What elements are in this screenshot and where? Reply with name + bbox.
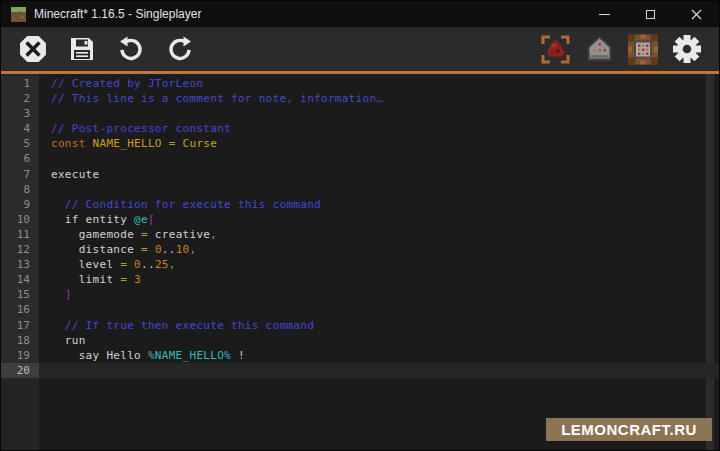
code-text: // Condition for execute this command bbox=[39, 197, 321, 212]
code-text bbox=[39, 151, 51, 166]
code-segment: = bbox=[141, 228, 148, 241]
minimize-button[interactable] bbox=[581, 1, 627, 27]
code-line[interactable]: 11 gamemode = creative, bbox=[1, 227, 719, 242]
code-line[interactable]: 2// This line is a comment for note, inf… bbox=[1, 91, 719, 106]
line-number: 5 bbox=[1, 136, 39, 151]
code-line[interactable]: 1// Created by JTorLeon bbox=[1, 76, 719, 91]
cancel-button[interactable] bbox=[17, 33, 49, 65]
code-line[interactable]: 18 run bbox=[1, 333, 719, 348]
code-line[interactable]: 17 // If true then execute this command bbox=[1, 318, 719, 333]
line-number: 3 bbox=[1, 106, 39, 121]
code-line[interactable]: 6 bbox=[1, 151, 719, 166]
titlebar: Minecraft* 1.16.5 - Singleplayer bbox=[1, 1, 719, 27]
close-icon bbox=[691, 9, 702, 20]
settings-button[interactable] bbox=[671, 33, 703, 65]
code-segment: const bbox=[51, 137, 93, 150]
code-text: level = 0..25, bbox=[39, 257, 176, 272]
line-number: 19 bbox=[1, 348, 39, 363]
close-button[interactable] bbox=[673, 1, 719, 27]
code-segment: level bbox=[51, 258, 120, 271]
code-line[interactable]: 7execute bbox=[1, 167, 719, 182]
line-number: 12 bbox=[1, 242, 39, 257]
code-segment: [ bbox=[148, 213, 155, 226]
line-number: 9 bbox=[1, 197, 39, 212]
code-text bbox=[39, 302, 51, 317]
code-line[interactable]: 19 say Hello %NAME_HELLO% ! bbox=[1, 348, 719, 363]
code-segment: , bbox=[190, 243, 197, 256]
code-line[interactable]: 15 ] bbox=[1, 287, 719, 302]
minecraft-grass-block-icon bbox=[11, 7, 26, 22]
line-number: 13 bbox=[1, 257, 39, 272]
code-text: // Post-processor constant bbox=[39, 121, 231, 136]
line-number: 8 bbox=[1, 182, 39, 197]
maximize-button[interactable] bbox=[627, 1, 673, 27]
code-text bbox=[39, 106, 51, 121]
code-text: gamemode = creative, bbox=[39, 227, 217, 242]
code-segment: , bbox=[210, 228, 217, 241]
code-line[interactable]: 12 distance = 0..10, bbox=[1, 242, 719, 257]
undo-icon bbox=[117, 35, 145, 63]
line-number: 15 bbox=[1, 287, 39, 302]
modules-button[interactable] bbox=[627, 33, 659, 65]
code-text: execute bbox=[39, 167, 99, 182]
line-number: 16 bbox=[1, 302, 39, 317]
code-line[interactable]: 13 level = 0..25, bbox=[1, 257, 719, 272]
code-segment: 0 bbox=[155, 243, 162, 256]
line-number: 17 bbox=[1, 318, 39, 333]
line-number: 6 bbox=[1, 151, 39, 166]
code-segment: = bbox=[141, 243, 148, 256]
code-segment: 0 bbox=[134, 258, 141, 271]
code-segment: execute bbox=[51, 168, 99, 181]
code-segment: // Condition for execute this command bbox=[51, 198, 321, 211]
line-number: 10 bbox=[1, 212, 39, 227]
code-segment: gamemode bbox=[51, 228, 141, 241]
code-line[interactable]: 5const NAME_HELLO = Curse bbox=[1, 136, 719, 151]
line-number: 1 bbox=[1, 76, 39, 91]
code-editor[interactable]: 1// Created by JTorLeon2// This line is … bbox=[1, 74, 719, 450]
code-segment: NAME_HELLO bbox=[93, 137, 162, 150]
code-text: // This line is a comment for note, info… bbox=[39, 91, 383, 106]
code-text bbox=[39, 182, 51, 197]
code-line[interactable]: 10 if entity @e[ bbox=[1, 212, 719, 227]
code-line[interactable]: 9 // Condition for execute this command bbox=[1, 197, 719, 212]
code-line[interactable]: 3 bbox=[1, 106, 719, 121]
code-line[interactable]: 14 limit = 3 bbox=[1, 272, 719, 287]
code-segment: // This line is a comment for note, info… bbox=[51, 92, 383, 105]
code-segment: 3 bbox=[134, 273, 141, 286]
home-button[interactable] bbox=[583, 33, 615, 65]
code-text: const NAME_HELLO = Curse bbox=[39, 136, 217, 151]
code-text: say Hello %NAME_HELLO% ! bbox=[39, 348, 245, 363]
code-segment: // If true then execute this command bbox=[51, 319, 314, 332]
home-icon bbox=[586, 35, 613, 63]
code-line[interactable]: 20 bbox=[1, 363, 719, 378]
line-number: 18 bbox=[1, 333, 39, 348]
code-segment: say Hello bbox=[51, 349, 148, 362]
code-line[interactable]: 8 bbox=[1, 182, 719, 197]
code-line[interactable]: 16 bbox=[1, 302, 719, 317]
redo-button[interactable] bbox=[164, 33, 196, 65]
redstone-select-button[interactable] bbox=[539, 33, 571, 65]
save-icon bbox=[69, 36, 95, 62]
code-area: 1// Created by JTorLeon2// This line is … bbox=[1, 74, 719, 378]
line-number: 2 bbox=[1, 91, 39, 106]
save-button[interactable] bbox=[66, 33, 98, 65]
code-line[interactable]: 4// Post-processor constant bbox=[1, 121, 719, 136]
code-segment: run bbox=[51, 334, 86, 347]
code-segment: 25 bbox=[155, 258, 169, 271]
window-title: Minecraft* 1.16.5 - Singleplayer bbox=[34, 7, 201, 21]
code-segment: distance bbox=[51, 243, 141, 256]
code-segment: .. bbox=[141, 258, 155, 271]
code-segment: 10 bbox=[176, 243, 190, 256]
code-segment: %NAME_HELLO% bbox=[148, 349, 231, 362]
code-text: limit = 3 bbox=[39, 272, 141, 287]
redstone-icon bbox=[540, 34, 571, 65]
code-segment: ! bbox=[231, 349, 245, 362]
code-segment: .. bbox=[162, 243, 176, 256]
code-segment: = bbox=[162, 137, 183, 150]
line-number: 14 bbox=[1, 272, 39, 287]
code-segment: , bbox=[169, 258, 176, 271]
toolbar bbox=[1, 27, 719, 71]
undo-button[interactable] bbox=[115, 33, 147, 65]
code-text: // If true then execute this command bbox=[39, 318, 314, 333]
code-text: if entity @e[ bbox=[39, 212, 155, 227]
